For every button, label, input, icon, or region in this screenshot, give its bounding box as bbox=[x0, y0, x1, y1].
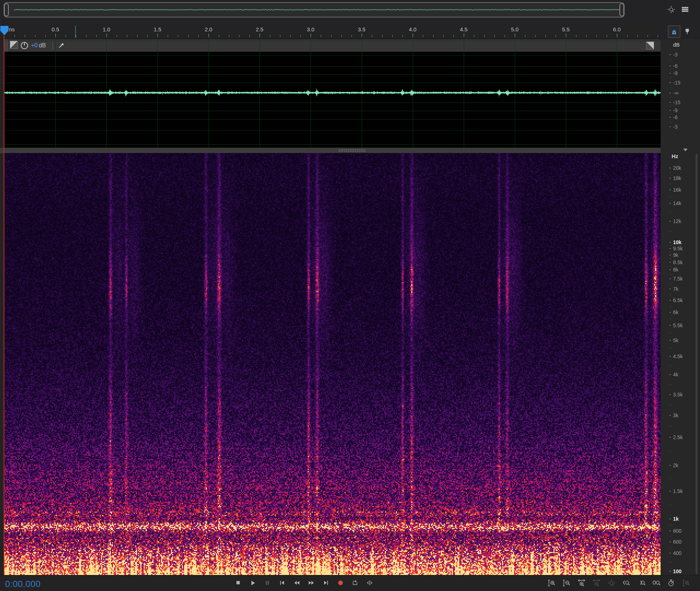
corner-handle-left-icon[interactable] bbox=[10, 41, 18, 49]
scale-label: -15 bbox=[673, 99, 680, 105]
vertical-zoom-button[interactable] bbox=[678, 577, 693, 589]
rewind-button[interactable] bbox=[289, 577, 304, 589]
ruler-tick bbox=[270, 35, 270, 37]
snap-toggle-button[interactable] bbox=[668, 26, 680, 38]
ruler-tick bbox=[106, 34, 107, 37]
ruler-tick bbox=[576, 35, 576, 37]
scale-tick-minor bbox=[670, 173, 671, 173]
ruler-tick bbox=[321, 35, 321, 37]
hz-scale-title: Hz bbox=[672, 153, 678, 159]
vertical-scale-scrollbar[interactable] bbox=[696, 154, 697, 574]
time-display[interactable]: 0:00.000 bbox=[5, 579, 40, 589]
scale-tick bbox=[669, 102, 671, 103]
scale-label: -∞ bbox=[673, 90, 678, 96]
scale-tick-minor bbox=[670, 122, 671, 122]
scale-label: 7k bbox=[673, 286, 678, 292]
scale-tick bbox=[669, 340, 671, 341]
splitter-grip[interactable] bbox=[338, 149, 365, 152]
zoom-out-point-button[interactable] bbox=[634, 577, 649, 589]
scale-label: 10k bbox=[673, 239, 681, 245]
scale-tick bbox=[669, 110, 671, 111]
scale-label: 12k bbox=[673, 218, 681, 224]
transport-controls bbox=[231, 577, 377, 589]
zoom-in-point-button[interactable] bbox=[619, 577, 634, 589]
go-to-start-button[interactable] bbox=[275, 577, 289, 589]
play-button[interactable] bbox=[246, 577, 260, 589]
timeline-ruler[interactable]: hms 0.51.01.52.02.53.03.54.04.55.05.56.0 bbox=[0, 21, 661, 39]
scale-tick bbox=[669, 221, 671, 222]
db-scale-title: dB bbox=[673, 42, 680, 48]
record-button[interactable] bbox=[333, 577, 348, 589]
ruler-tick bbox=[117, 35, 117, 37]
add-marker-button[interactable] bbox=[681, 26, 693, 37]
zoom-reset-icon[interactable] bbox=[665, 3, 677, 16]
loop-playback-button[interactable] bbox=[348, 577, 362, 589]
scale-tick bbox=[669, 262, 671, 263]
skip-selection-button[interactable] bbox=[362, 577, 377, 589]
status-transport-bar: 0:00.000 bbox=[0, 575, 700, 591]
timed-record-button[interactable] bbox=[664, 577, 678, 589]
pause-button[interactable] bbox=[260, 577, 275, 589]
scale-tick-minor bbox=[670, 562, 671, 563]
scale-label: 5.5k bbox=[673, 322, 682, 328]
scale-label: 1.5k bbox=[673, 488, 682, 494]
scale-tick-minor bbox=[670, 60, 671, 61]
playhead-handle[interactable] bbox=[0, 26, 8, 35]
audio-editor-window: hms 0.51.01.52.02.53.03.54.04.55.05.56.0… bbox=[0, 0, 700, 591]
zoom-reset-button[interactable] bbox=[604, 577, 619, 589]
scale-tick bbox=[669, 300, 671, 301]
ruler-tick bbox=[158, 34, 158, 37]
navigator-left-handle[interactable] bbox=[4, 3, 9, 16]
ruler-tick bbox=[658, 35, 658, 37]
current-time-indicator-line[interactable] bbox=[4, 36, 4, 575]
ruler-tick bbox=[25, 35, 25, 37]
hz-scale-gutter[interactable]: Hz 20k18k16k14k12k10k9.5k9k8.5k8k7.5k7k6… bbox=[661, 153, 700, 575]
ruler-cursor-tick bbox=[75, 26, 76, 38]
scale-options-dropdown-icon[interactable] bbox=[683, 149, 688, 151]
zoom-selection-button[interactable] bbox=[649, 577, 664, 589]
zoom-in-vertical-button[interactable] bbox=[544, 577, 559, 589]
scale-tick bbox=[669, 325, 671, 326]
scale-tick bbox=[669, 66, 671, 66]
scale-tick-minor bbox=[670, 333, 671, 333]
scale-tick bbox=[669, 491, 671, 492]
navigator-right-handle[interactable] bbox=[619, 3, 624, 16]
zoom-in-horizontal-button[interactable] bbox=[574, 577, 589, 589]
scale-tick bbox=[669, 82, 671, 83]
scale-tick bbox=[669, 465, 671, 466]
ruler-tick bbox=[648, 35, 648, 37]
go-to-end-button[interactable] bbox=[319, 577, 333, 589]
scale-tick bbox=[669, 93, 671, 93]
db-scale-gutter[interactable]: dB -3-6-9-15-∞-15-9-6-3 bbox=[661, 39, 700, 148]
scale-tick bbox=[669, 73, 671, 74]
waveform-panel[interactable]: +0 dB bbox=[4, 39, 661, 148]
fast-forward-button[interactable] bbox=[304, 577, 319, 589]
spectral-frequency-display[interactable] bbox=[4, 153, 661, 575]
scale-tick-minor bbox=[670, 384, 671, 385]
ruler-tick bbox=[515, 34, 515, 37]
scale-label: -9 bbox=[673, 107, 677, 113]
scale-label: 3.5k bbox=[673, 392, 682, 398]
ruler-tick bbox=[535, 35, 536, 37]
scale-label: 4.5k bbox=[673, 353, 682, 359]
ruler-tick bbox=[209, 34, 209, 37]
scale-label: 9.5k bbox=[673, 246, 682, 251]
stop-button[interactable] bbox=[231, 577, 246, 589]
scale-tick bbox=[669, 289, 671, 289]
scale-tick-minor bbox=[670, 274, 671, 275]
corner-handle-right-icon[interactable] bbox=[646, 42, 654, 50]
scale-tick-minor bbox=[670, 114, 671, 114]
scale-label: 14k bbox=[673, 200, 681, 206]
ruler-tick bbox=[229, 35, 229, 37]
zoom-out-horizontal-button[interactable] bbox=[589, 577, 604, 589]
zoom-out-vertical-button[interactable] bbox=[559, 577, 574, 589]
scale-label: 9k bbox=[673, 252, 678, 258]
scale-label: -6 bbox=[673, 63, 677, 69]
scale-tick bbox=[669, 356, 671, 357]
ruler-tick bbox=[147, 35, 148, 37]
scale-label: 18k bbox=[673, 175, 681, 181]
ruler-tick bbox=[198, 35, 199, 37]
scale-tick-minor bbox=[670, 426, 671, 427]
zoom-navigator[interactable] bbox=[4, 2, 625, 17]
panel-menu-icon[interactable] bbox=[679, 3, 691, 16]
